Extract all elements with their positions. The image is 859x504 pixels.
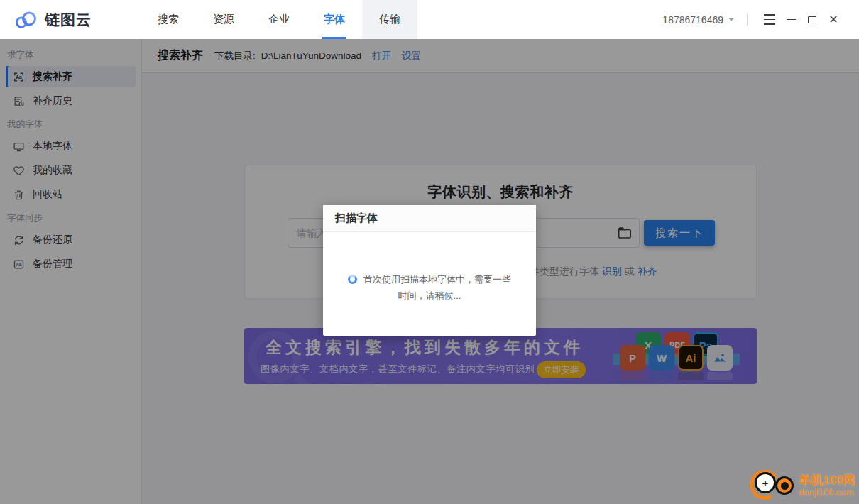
main-nav: 搜索 资源 企业 字体 传输 [141,0,417,39]
app-title: 链图云 [45,10,92,30]
nav-fonts[interactable]: 字体 [307,0,362,39]
cloud-logo-icon [14,10,38,29]
account-phone-dropdown[interactable]: 18786716469 [662,14,734,26]
nav-resources[interactable]: 资源 [196,0,251,39]
nav-transfer[interactable]: 传输 [362,0,417,39]
maximize-icon [808,16,816,23]
close-icon: ✕ [828,14,838,26]
watermark-logo-icon: + [750,469,797,503]
app-window: 链图云 搜索 资源 企业 字体 传输 18786716469 ✕ 求字体 [0,0,859,504]
watermark-site-name: 单机100网 [799,473,855,487]
topbar-right: 18786716469 ✕ [662,0,844,39]
topbar: 链图云 搜索 资源 企业 字体 传输 18786716469 ✕ [0,0,859,39]
site-watermark: + 单机100网 danji100.com [750,469,855,503]
nav-search[interactable]: 搜索 [141,0,196,39]
menu-button[interactable] [764,0,775,39]
dialog-title: 扫描字体 [323,205,536,232]
scan-fonts-dialog: 扫描字体 首次使用扫描本地字体中，需要一些 时间，请稍候... [323,205,536,336]
maximize-button[interactable] [806,0,818,39]
divider [747,13,748,26]
minimize-icon [787,19,796,21]
close-button[interactable]: ✕ [828,0,839,39]
watermark-site-url: danji100.com [799,487,855,498]
loading-spinner-icon [348,275,357,284]
app-logo: 链图云 [14,0,92,39]
dialog-message-line2: 时间，请稍候... [398,287,461,304]
dialog-message-line1: 首次使用扫描本地字体中，需要一些 [363,271,511,287]
phone-number: 18786716469 [662,14,723,26]
nav-enterprise[interactable]: 企业 [251,0,307,39]
dialog-body: 首次使用扫描本地字体中，需要一些 时间，请稍候... [323,232,536,336]
minimize-button[interactable] [785,0,797,39]
chevron-down-icon [728,18,734,21]
